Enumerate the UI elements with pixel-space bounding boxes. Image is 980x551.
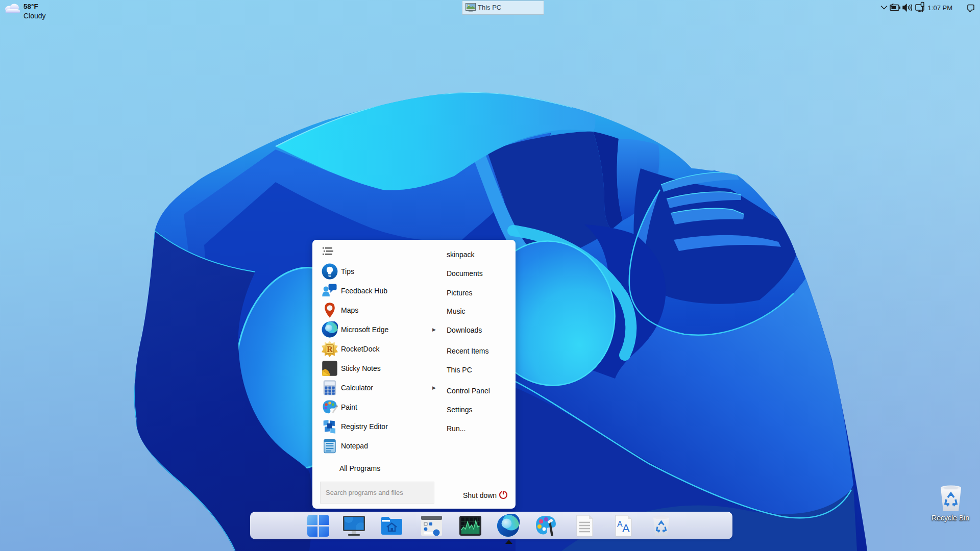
- svg-text:A: A: [622, 522, 630, 535]
- svg-text:R: R: [327, 345, 333, 354]
